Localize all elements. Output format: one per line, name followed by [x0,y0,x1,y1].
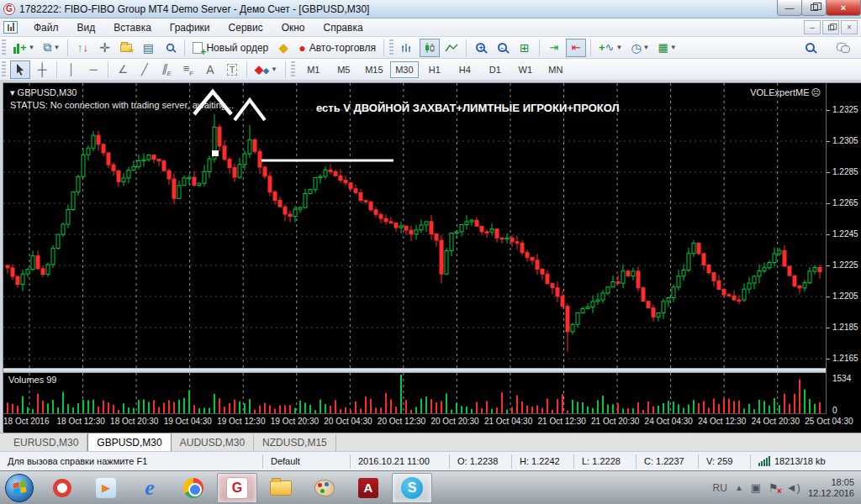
line-chart-button[interactable] [441,39,462,57]
taskbar-clock[interactable]: 18:05 12.12.2016 [808,477,854,499]
toolbar-separator [590,39,591,56]
trendline-angle-button[interactable]: ∠ [113,60,133,79]
toolbar-grip[interactable] [2,61,6,78]
auto-scroll-button[interactable]: ⇥ [544,39,564,57]
timeframe-M1[interactable]: M1 [299,61,328,78]
navigator-button[interactable]: ★ [116,39,136,57]
timeframe-H4[interactable]: H4 [451,61,479,78]
taskbar-opera[interactable] [42,473,82,503]
taskbar-chrome[interactable] [173,473,214,503]
taskbar-mt4-fibo[interactable]: G [217,473,257,503]
fibonacci-button[interactable]: ≡F [178,60,198,79]
equidistant-channel-button[interactable]: ∥E [156,60,177,79]
safely-remove-icon[interactable]: ▣ [751,481,761,494]
strategy-tester-button[interactable] [160,39,180,57]
candlestick-chart-button[interactable] [420,39,440,57]
ea-watermark: VOLExpertME☹ [750,87,821,98]
metaeditor-button[interactable]: ◆ [273,39,293,57]
timeframe-M15[interactable]: M15 [360,61,388,78]
indicators-button[interactable]: +∿▼ [595,39,626,57]
minimize-button[interactable]: — [777,0,802,16]
cursor-tool-button[interactable] [10,60,30,79]
error-x-icon: × [777,486,782,496]
taskbar-skype[interactable]: S [392,473,432,503]
search-button[interactable] [800,39,820,57]
main-chart-area[interactable]: ▾ GBPUSD,M30 STATUS: No connection with … [3,83,826,368]
status-help-text: Для вызова справки нажмите F1 [0,454,262,469]
speaker-icon[interactable]: ◄) [786,481,800,494]
time-label: 19 Oct 12:30 [217,417,265,426]
time-axis[interactable]: 18 Oct 201618 Oct 12:3018 Oct 20:3019 Oc… [3,414,861,433]
taskbar-internet-explorer[interactable]: e [129,473,170,503]
bar-chart-button[interactable] [398,39,418,57]
status-profile[interactable]: Default [262,454,350,469]
system-tray: RU ▲ ▣ ⚑× ◄) 18:05 12.12.2016 [713,477,861,499]
menu-item-Окно[interactable]: Окно [272,20,314,35]
volume-pane[interactable]: Volumes 99 [3,373,826,414]
periods-button[interactable]: ◷▼ [627,39,652,57]
timeframe-W1[interactable]: W1 [511,61,540,78]
taskbar-paint[interactable] [304,473,345,503]
menu-item-Сервис[interactable]: Сервис [219,20,272,35]
time-label: 25 Oct 04:30 [805,417,853,426]
mdi-minimize-button[interactable]: – [804,20,821,34]
menu-item-Вставка[interactable]: Вставка [104,20,161,35]
market-watch-button[interactable]: ↑↓ [72,39,92,57]
horizontal-line-button[interactable]: ─ [83,60,103,79]
community-chat-button[interactable] [833,39,853,57]
trendline-button[interactable]: ╱ [135,60,155,79]
menu-item-Файл[interactable]: Файл [24,20,68,35]
tab-EURUSD,M30[interactable]: EURUSD,M30 [5,434,87,451]
network-error-icon[interactable]: ⚑× [769,481,779,494]
terminal-button[interactable]: ▤ [138,39,158,57]
new-chart-button[interactable]: +▼ [10,39,39,57]
volume-chart [3,373,826,414]
arrows-tool-button[interactable]: ◆◆▼ [251,60,281,79]
timeframe-H1[interactable]: H1 [420,61,449,78]
show-hidden-icons-button[interactable]: ▲ [735,483,743,492]
crosshair-tool-button[interactable]: ┼ [32,60,52,79]
zoom-in-button[interactable]: + [471,39,491,57]
vertical-line-button[interactable]: │ [61,60,82,79]
tab-AUDUSD,M30[interactable]: AUDUSD,M30 [172,434,254,451]
mdi-restore-button[interactable] [822,20,839,34]
chart-shift-button[interactable]: ⇤ [566,39,586,57]
start-button[interactable] [5,474,34,502]
timeframe-M5[interactable]: M5 [330,61,358,78]
tile-windows-button[interactable]: ⊞ [515,39,535,57]
taskbar-adobe-reader[interactable]: A [348,473,388,503]
new-order-button[interactable]: Новый ордер [189,39,272,57]
taskbar-media-player[interactable]: ▶ [86,473,126,503]
menu-item-Справка[interactable]: Справка [314,20,372,35]
price-label: 1.2205 [832,291,858,301]
menu-item-Графики[interactable]: Графики [161,20,219,35]
chat-bubbles-icon [837,43,850,53]
mdi-close-button[interactable]: × [841,20,858,34]
tab-GBPUSD,M30[interactable]: GBPUSD,M30 [87,433,171,451]
text-label-button[interactable]: T [222,60,242,79]
taskbar-file-explorer[interactable] [261,473,301,503]
toolbar-grip[interactable] [291,61,295,78]
autotrading-button[interactable]: ●Авто-торговля [295,39,379,57]
timeframe-MN[interactable]: MN [541,61,570,78]
data-window-button[interactable]: ✛ [94,39,114,57]
language-indicator[interactable]: RU [713,482,727,494]
chart-window[interactable]: ▾ GBPUSD,M30 STATUS: No connection with … [3,82,861,432]
toolbar-separator [539,39,540,56]
time-label: 18 Oct 20:30 [110,417,158,426]
windows-taskbar: ▶ e G A S RU ▲ ▣ ⚑× ◄) 18:05 12.12.2016 [0,470,861,504]
text-tool-button[interactable]: A [200,60,220,79]
templates-button[interactable]: ▦▼ [655,39,680,57]
timeframe-D1[interactable]: D1 [481,61,510,78]
timeframe-M30[interactable]: M30 [390,61,419,78]
restore-button[interactable] [801,0,827,16]
menu-item-Вид[interactable]: Вид [68,20,105,35]
profiles-button[interactable]: ⧉▼ [40,39,64,57]
close-button[interactable]: × [826,0,861,16]
bar-chart-icon [401,42,414,54]
price-scale[interactable]: 1534 0 1.23251.23051.22851.22651.22451.2… [826,83,861,414]
tab-NZDUSD,M15[interactable]: NZDUSD,M15 [254,434,336,451]
toolbar-grip[interactable] [2,39,6,56]
toolbar-grip[interactable] [389,39,394,56]
zoom-out-button[interactable]: - [493,39,513,57]
